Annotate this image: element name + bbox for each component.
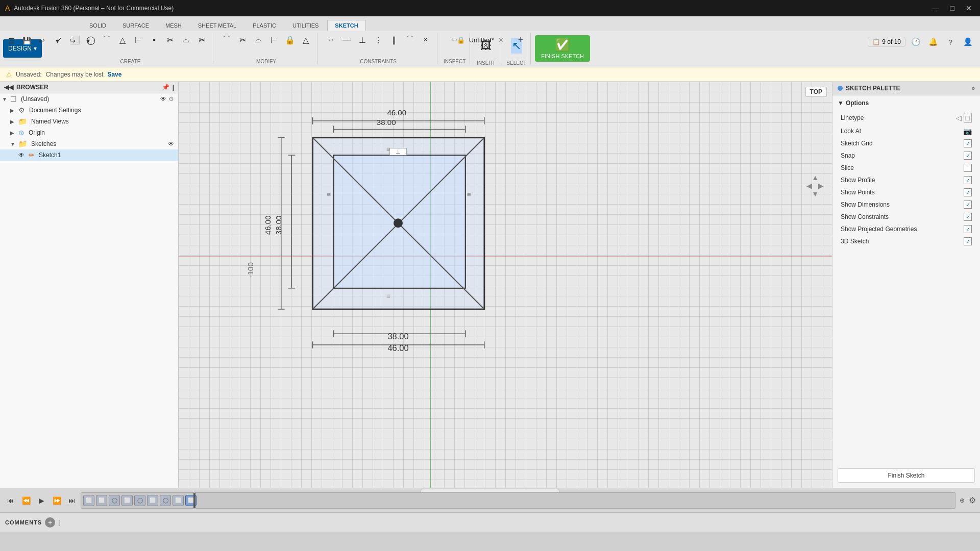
undo-dropdown[interactable]: ▾ <box>51 35 63 47</box>
comments-expand[interactable]: | <box>58 519 60 526</box>
slot-btn[interactable]: ⊢ <box>131 33 145 47</box>
sketch-scale-btn[interactable]: 🔒 <box>283 33 297 47</box>
tab-plastic[interactable]: PLASTIC <box>245 20 284 31</box>
notification-btn[interactable]: 🔔 <box>926 35 940 49</box>
spline-btn[interactable]: ▪ <box>147 33 161 47</box>
browser-item-unsaved[interactable]: ▼ ☐ (Unsaved) 👁 ⚙ <box>0 93 178 105</box>
vert-btn[interactable]: ⊥ <box>355 33 370 47</box>
close-btn[interactable]: ✕ <box>963 3 975 13</box>
tl-item-3[interactable]: ◯ <box>109 495 120 506</box>
arc-btn[interactable]: ⌒ <box>100 33 114 47</box>
finish-sketch-ribbon-btn[interactable]: ✅ FINISH SKETCH <box>535 35 590 62</box>
checkbox-sketch-grid[interactable]: ✓ <box>964 139 972 147</box>
browser-item-sketch1[interactable]: 👁 ✏ Sketch1 <box>0 149 178 161</box>
tl-item-4[interactable]: ⬜ <box>121 495 133 506</box>
option-slice[interactable]: Slice <box>838 162 975 174</box>
tl-expand-btn[interactable]: ⊕ <box>958 497 967 504</box>
option-3d-sketch[interactable]: 3D Sketch ✓ <box>838 235 975 247</box>
horiz-btn[interactable]: — <box>339 33 354 47</box>
look-at-icon[interactable]: 📷 <box>963 127 972 135</box>
browser-item-doc-settings[interactable]: ▶ ⚙ Document Settings <box>0 105 178 116</box>
conic-btn[interactable]: ✂ <box>163 33 177 47</box>
tab-sketch[interactable]: SKETCH <box>327 20 365 31</box>
canvas-area[interactable]: 38.00 46.00 38.00 46.00 ≡ ≡ ≡ ≡ ⊥ <box>179 82 832 488</box>
project-btn[interactable]: ✂ <box>194 33 209 47</box>
save-link[interactable]: Save <box>107 71 121 78</box>
tab-surface[interactable]: SURFACE <box>115 20 157 31</box>
tl-play-btn[interactable]: ▶ <box>35 494 48 507</box>
timeline-track[interactable]: ⬜ ⬜ ◯ ⬜ ◯ ⬜ ◯ ⬜ ⬜ <box>81 492 955 509</box>
options-header[interactable]: ▼ Options <box>838 99 975 107</box>
parallel-btn[interactable]: ∥ <box>387 33 401 47</box>
undo-btn[interactable]: ↩ <box>36 35 48 47</box>
clock-btn[interactable]: 🕐 <box>909 35 923 49</box>
file-close[interactable]: ✕ <box>498 36 504 44</box>
option-sketch-grid[interactable]: Sketch Grid ✓ <box>838 137 975 149</box>
option-show-dimensions[interactable]: Show Dimensions ✓ <box>838 198 975 211</box>
checkbox-show-profile[interactable]: ✓ <box>964 176 972 184</box>
tl-item-1[interactable]: ⬜ <box>83 495 94 506</box>
tab-utilities[interactable]: UTILITIES <box>285 20 326 31</box>
tl-settings-btn[interactable]: ⚙ <box>969 495 976 505</box>
linetype-icon1[interactable]: ◁ <box>956 114 962 122</box>
option-show-constraints[interactable]: Show Constraints ✓ <box>838 211 975 223</box>
tang-btn[interactable]: ⌒ <box>403 33 417 47</box>
checkbox-snap[interactable]: ✓ <box>964 152 972 160</box>
fillet-btn[interactable]: ⌒ <box>219 33 234 47</box>
checkbox-3d-sketch[interactable]: ✓ <box>964 237 972 245</box>
save-btn[interactable]: 💾 <box>20 35 33 47</box>
tl-next-btn[interactable]: ⏩ <box>50 494 63 507</box>
redo-btn[interactable]: ↪ <box>66 35 79 47</box>
redo-dropdown[interactable]: ▾ <box>82 35 94 47</box>
tl-last-btn[interactable]: ⏭ <box>65 494 79 507</box>
tl-item-5[interactable]: ◯ <box>134 495 145 506</box>
dim-btn[interactable]: ↔ <box>324 33 338 47</box>
browser-collapse[interactable]: ◀◀ <box>4 84 13 91</box>
extend-btn[interactable]: ⌓ <box>251 33 265 47</box>
eye-unsaved[interactable]: 👁 <box>160 95 166 103</box>
timeline-marker[interactable] <box>193 492 195 509</box>
checkbox-show-points[interactable]: ✓ <box>964 188 972 196</box>
browser-item-named-views[interactable]: ▶ 📁 Named Views <box>0 116 178 127</box>
minimize-btn[interactable]: — <box>929 3 942 13</box>
maximize-btn[interactable]: □ <box>947 3 958 13</box>
checkbox-show-constraints[interactable]: ✓ <box>964 213 972 221</box>
checkbox-show-projected[interactable]: ✓ <box>964 225 972 233</box>
settings-unsaved[interactable]: ⚙ <box>168 95 174 103</box>
profile-btn[interactable]: 👤 <box>961 35 975 49</box>
browser-pin[interactable]: 📌 <box>162 84 169 91</box>
tl-item-7[interactable]: ◯ <box>160 495 171 506</box>
tl-first-btn[interactable]: ⏮ <box>4 494 17 507</box>
tab-solid[interactable]: SOLID <box>82 20 114 31</box>
offset-btn[interactable]: ⌓ <box>179 33 193 47</box>
tl-item-6[interactable]: ⬜ <box>147 495 158 506</box>
trim-btn[interactable]: ✂ <box>235 33 250 47</box>
eye-sketches[interactable]: 👁 <box>168 140 174 147</box>
tl-item-2[interactable]: ⬜ <box>96 495 107 506</box>
browser-item-sketches[interactable]: ▼ 📁 Sketches 👁 <box>0 138 178 149</box>
view-cube[interactable]: ▲ ◀ ▶ ▼ <box>806 173 824 198</box>
break-btn[interactable]: ⊢ <box>267 33 281 47</box>
checkbox-slice[interactable] <box>964 164 972 172</box>
option-show-points[interactable]: Show Points ✓ <box>838 186 975 198</box>
browser-item-origin[interactable]: ▶ ⊕ Origin <box>0 127 178 138</box>
tl-prev-btn[interactable]: ⏪ <box>19 494 33 507</box>
new-tab-btn[interactable]: + <box>518 35 524 45</box>
tl-item-8[interactable]: ⬜ <box>173 495 184 506</box>
help-btn[interactable]: ? <box>943 35 958 49</box>
checkbox-show-dimensions[interactable]: ✓ <box>964 201 972 209</box>
palette-collapse-btn[interactable]: » <box>971 85 975 92</box>
icon-sketch1-eye[interactable]: 👁 <box>18 152 24 159</box>
browser-more[interactable]: | <box>173 84 174 91</box>
perp-btn[interactable]: ⋮ <box>371 33 385 47</box>
option-show-projected[interactable]: Show Projected Geometries ✓ <box>838 223 975 235</box>
app-menu-btn[interactable]: ☰ <box>5 35 17 47</box>
linetype-icon2[interactable]: □ <box>964 113 972 123</box>
add-comment-btn[interactable]: + <box>45 517 55 528</box>
finish-sketch-palette-btn[interactable]: Finish Sketch <box>838 468 975 483</box>
polygon-btn[interactable]: △ <box>115 33 130 47</box>
tab-sheetmetal[interactable]: SHEET METAL <box>190 20 244 31</box>
triangle-btn[interactable]: △ <box>299 33 313 47</box>
option-snap[interactable]: Snap ✓ <box>838 149 975 162</box>
option-show-profile[interactable]: Show Profile ✓ <box>838 174 975 186</box>
